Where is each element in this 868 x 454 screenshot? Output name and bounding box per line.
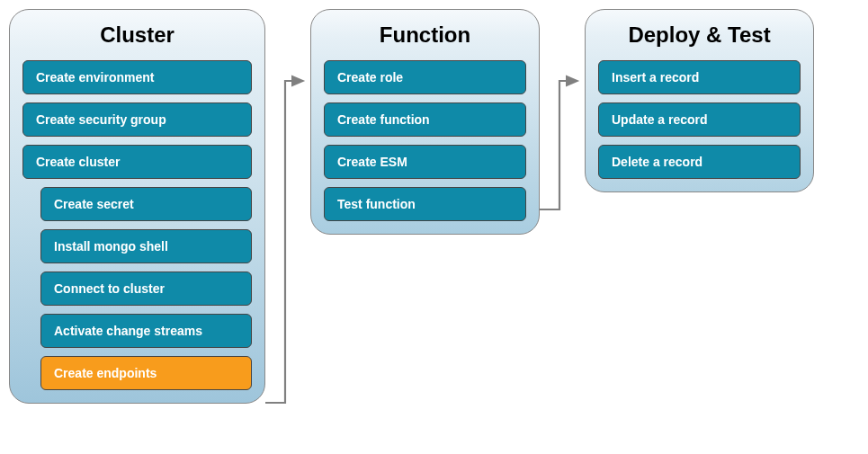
panel-cluster: Cluster Create environment Create securi…: [9, 9, 265, 404]
step-activate-change-streams[interactable]: Activate change streams: [40, 314, 252, 348]
arrow-cluster-to-function: [265, 9, 310, 423]
step-update-a-record[interactable]: Update a record: [598, 102, 801, 137]
step-create-cluster[interactable]: Create cluster: [22, 145, 252, 179]
step-test-function[interactable]: Test function: [324, 187, 526, 221]
panel-deploy-title: Deploy & Test: [598, 17, 801, 51]
deploy-steps: Insert a record Update a record Delete a…: [598, 60, 801, 179]
step-create-endpoints[interactable]: Create endpoints: [40, 356, 252, 390]
panel-deploy: Deploy & Test Insert a record Update a r…: [585, 9, 814, 192]
arrow-icon: [265, 9, 310, 423]
step-install-mongo-shell[interactable]: Install mongo shell: [40, 229, 252, 263]
panel-cluster-title: Cluster: [22, 17, 252, 51]
step-create-role[interactable]: Create role: [324, 60, 526, 94]
step-create-environment[interactable]: Create environment: [22, 60, 252, 94]
cluster-steps: Create environment Create security group…: [22, 60, 252, 390]
panel-function: Function Create role Create function Cre…: [310, 9, 540, 235]
step-create-function[interactable]: Create function: [324, 102, 526, 137]
step-delete-a-record[interactable]: Delete a record: [598, 145, 801, 179]
workflow-diagram: Cluster Create environment Create securi…: [9, 9, 859, 423]
panel-function-title: Function: [324, 17, 526, 51]
function-steps: Create role Create function Create ESM T…: [324, 60, 526, 221]
step-create-secret[interactable]: Create secret: [40, 187, 252, 221]
step-connect-to-cluster[interactable]: Connect to cluster: [40, 272, 252, 306]
step-create-security-group[interactable]: Create security group: [22, 102, 252, 137]
arrow-function-to-deploy: [540, 9, 585, 243]
step-create-esm[interactable]: Create ESM: [324, 145, 526, 179]
arrow-icon: [540, 9, 585, 243]
cluster-nested-steps: Create secret Install mongo shell Connec…: [40, 187, 252, 390]
step-insert-a-record[interactable]: Insert a record: [598, 60, 801, 94]
